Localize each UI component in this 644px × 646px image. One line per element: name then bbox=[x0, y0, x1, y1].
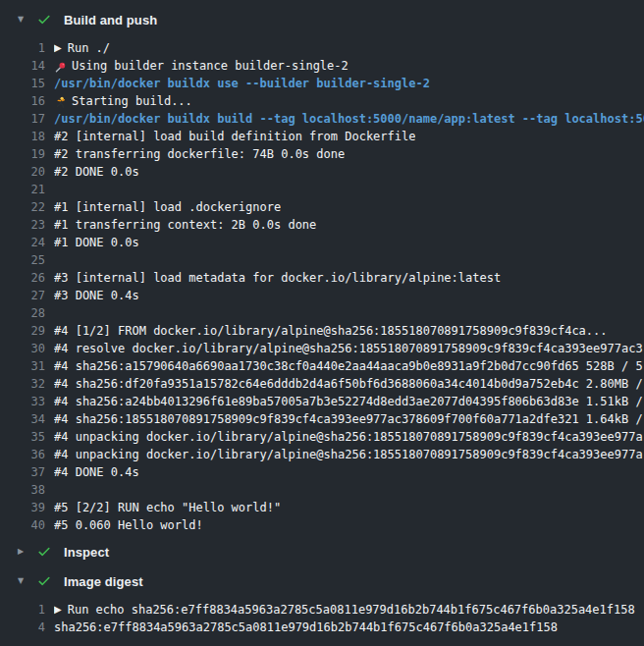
log-line-number[interactable]: 24 bbox=[0, 234, 45, 251]
log-line-text: sha256:e7ff8834a5963a2785c5a0811e979d16b… bbox=[54, 619, 558, 636]
chevron-right-icon[interactable]: ▶ bbox=[18, 544, 29, 560]
log-group-body: 1▶Run ./14Using builder instance builder… bbox=[0, 39, 644, 534]
log-text: #4 [1/2] FROM docker.io/library/alpine@s… bbox=[54, 322, 608, 340]
log-group-header[interactable]: ▼Image digest bbox=[0, 567, 644, 593]
log-group-header[interactable]: ▼Build and push bbox=[0, 6, 644, 31]
run-expander-icon[interactable]: ▶ bbox=[54, 39, 62, 57]
log-line-number[interactable]: 14 bbox=[0, 57, 45, 75]
log-line-number[interactable]: 28 bbox=[0, 304, 45, 322]
log-line-number[interactable]: 39 bbox=[0, 499, 45, 516]
log-line-number[interactable]: 26 bbox=[0, 269, 45, 287]
log-text: #4 sha256:df20fa9351a15782c64e6dddb2d4a6… bbox=[54, 375, 643, 393]
log-line-number[interactable]: 34 bbox=[0, 410, 45, 428]
log-group-title: Inspect bbox=[64, 545, 109, 560]
log-line: 37#4 DONE 0.4s bbox=[0, 463, 644, 481]
log-text: #1 [internal] load .dockerignore bbox=[54, 198, 281, 216]
log-line-number[interactable]: 19 bbox=[0, 145, 45, 163]
log-text: #3 DONE 0.4s bbox=[54, 287, 139, 304]
log-group-body: 1▶Run echo sha256:e7ff8834a5963a2785c5a0… bbox=[0, 601, 644, 636]
log-line-number[interactable]: 20 bbox=[0, 163, 45, 181]
log-line: 38 bbox=[0, 481, 644, 499]
log-line-number[interactable]: 22 bbox=[0, 198, 45, 216]
log-line-number[interactable]: 40 bbox=[0, 516, 45, 534]
log-line-text: ▶Run echo sha256:e7ff8834a5963a2785c5a08… bbox=[54, 601, 635, 619]
success-check-icon bbox=[37, 545, 51, 559]
log-line-text: #1 [internal] load .dockerignore bbox=[54, 198, 281, 216]
log-line: 39#5 [2/2] RUN echo "Hello world!" bbox=[0, 499, 644, 516]
log-line-number[interactable]: 18 bbox=[0, 128, 45, 145]
log-line-text: #4 DONE 0.4s bbox=[54, 463, 139, 481]
log-text: Using builder instance builder-single-2 bbox=[72, 57, 349, 75]
log-line: 36#4 unpacking docker.io/library/alpine@… bbox=[0, 446, 644, 463]
log-line: 32#4 sha256:df20fa9351a15782c64e6dddb2d4… bbox=[0, 375, 644, 393]
chevron-down-icon[interactable]: ▼ bbox=[18, 573, 29, 589]
log-line-number[interactable]: 33 bbox=[0, 393, 45, 410]
log-line-number[interactable]: 1 bbox=[0, 39, 45, 57]
log-line: 30#4 resolve docker.io/library/alpine@sh… bbox=[0, 340, 644, 357]
log-line-text: #4 sha256:a24bb4013296f61e89ba57005a7b3e… bbox=[54, 393, 643, 410]
log-line-text: /usr/bin/docker buildx build --tag local… bbox=[54, 110, 644, 128]
log-line-number[interactable]: 4 bbox=[0, 619, 45, 636]
log-line-number[interactable]: 38 bbox=[0, 481, 45, 499]
log-line-text: #2 transferring dockerfile: 74B 0.0s don… bbox=[54, 145, 345, 163]
log-line: 34#4 sha256:185518070891758909c9f839cf4c… bbox=[0, 410, 644, 428]
log-line: 19#2 transferring dockerfile: 74B 0.0s d… bbox=[0, 145, 644, 163]
log-line: 21 bbox=[0, 181, 644, 198]
log-text: /usr/bin/docker buildx build --tag local… bbox=[54, 110, 644, 128]
log-text: #1 transferring context: 2B 0.0s done bbox=[54, 216, 316, 234]
log-line-number[interactable]: 27 bbox=[0, 287, 45, 304]
log-text: Run ./ bbox=[68, 39, 110, 57]
log-line: 24#1 DONE 0.0s bbox=[0, 234, 644, 251]
log-line-number[interactable]: 29 bbox=[0, 322, 45, 340]
log-line-number[interactable]: 17 bbox=[0, 110, 45, 128]
log-line-number[interactable]: 35 bbox=[0, 428, 45, 446]
log-line-number[interactable]: 16 bbox=[0, 92, 45, 110]
log-text: /usr/bin/docker buildx use --builder bui… bbox=[54, 75, 430, 92]
log-group-header[interactable]: ▶Inspect bbox=[0, 538, 644, 564]
log-line-number[interactable]: 31 bbox=[0, 357, 45, 375]
log-text: #4 unpacking docker.io/library/alpine@sh… bbox=[54, 428, 643, 446]
log-line: 28 bbox=[0, 304, 644, 322]
log-line-text: #2 DONE 0.0s bbox=[54, 163, 139, 181]
log-line: 40#5 0.060 Hello world! bbox=[0, 516, 644, 534]
log-text: sha256:e7ff8834a5963a2785c5a0811e979d16b… bbox=[54, 619, 558, 636]
log-line-text: #1 transferring context: 2B 0.0s done bbox=[54, 216, 316, 234]
log-text: #3 [internal] load metadata for docker.i… bbox=[54, 269, 501, 287]
log-line: 4sha256:e7ff8834a5963a2785c5a0811e979d16… bbox=[0, 619, 644, 636]
log-line: 27#3 DONE 0.4s bbox=[0, 287, 644, 304]
log-line-number[interactable]: 1 bbox=[0, 601, 45, 619]
pushpin-icon bbox=[54, 61, 68, 74]
log-line-text: #3 [internal] load metadata for docker.i… bbox=[54, 269, 501, 287]
log-line-text: Using builder instance builder-single-2 bbox=[54, 57, 349, 75]
log-line-text: #5 0.060 Hello world! bbox=[54, 516, 203, 534]
log-line: 17/usr/bin/docker buildx build --tag loc… bbox=[0, 110, 644, 128]
chevron-down-icon[interactable]: ▼ bbox=[18, 12, 29, 27]
log-line: 16Starting build... bbox=[0, 92, 644, 110]
log-line-number[interactable]: 21 bbox=[0, 181, 45, 198]
log-line-number[interactable]: 15 bbox=[0, 75, 45, 92]
log-line-number[interactable]: 23 bbox=[0, 216, 45, 234]
log-text: #5 0.060 Hello world! bbox=[54, 516, 203, 534]
run-expander-icon[interactable]: ▶ bbox=[54, 601, 62, 619]
log-line: 35#4 unpacking docker.io/library/alpine@… bbox=[0, 428, 644, 446]
log-line: 1▶Run ./ bbox=[0, 39, 644, 57]
log-line-number[interactable]: 32 bbox=[0, 375, 45, 393]
log-line-text: #5 [2/2] RUN echo "Hello world!" bbox=[54, 499, 281, 516]
log-line: 23#1 transferring context: 2B 0.0s done bbox=[0, 216, 644, 234]
log-line: 20#2 DONE 0.0s bbox=[0, 163, 644, 181]
log-line-text: #4 sha256:185518070891758909c9f839cf4ca3… bbox=[54, 410, 643, 428]
log-line: 22#1 [internal] load .dockerignore bbox=[0, 198, 644, 216]
log-text: Starting build... bbox=[72, 92, 192, 110]
log-text: #5 [2/2] RUN echo "Hello world!" bbox=[54, 499, 281, 516]
log-line-number[interactable]: 30 bbox=[0, 340, 45, 357]
log-line-number[interactable]: 36 bbox=[0, 446, 45, 463]
log-text: #4 resolve docker.io/library/alpine@sha2… bbox=[54, 340, 643, 357]
actions-log-viewer: ▼Build and push1▶Run ./14Using builder i… bbox=[0, 0, 644, 636]
log-line-number[interactable]: 25 bbox=[0, 251, 45, 269]
log-text: #4 unpacking docker.io/library/alpine@sh… bbox=[54, 446, 643, 463]
log-line: 29#4 [1/2] FROM docker.io/library/alpine… bbox=[0, 322, 644, 340]
log-group-image-digest: ▼Image digest1▶Run echo sha256:e7ff8834a… bbox=[0, 567, 644, 636]
log-line: 26#3 [internal] load metadata for docker… bbox=[0, 269, 644, 287]
log-line-number[interactable]: 37 bbox=[0, 463, 45, 481]
log-text: Run echo sha256:e7ff8834a5963a2785c5a081… bbox=[68, 601, 635, 619]
